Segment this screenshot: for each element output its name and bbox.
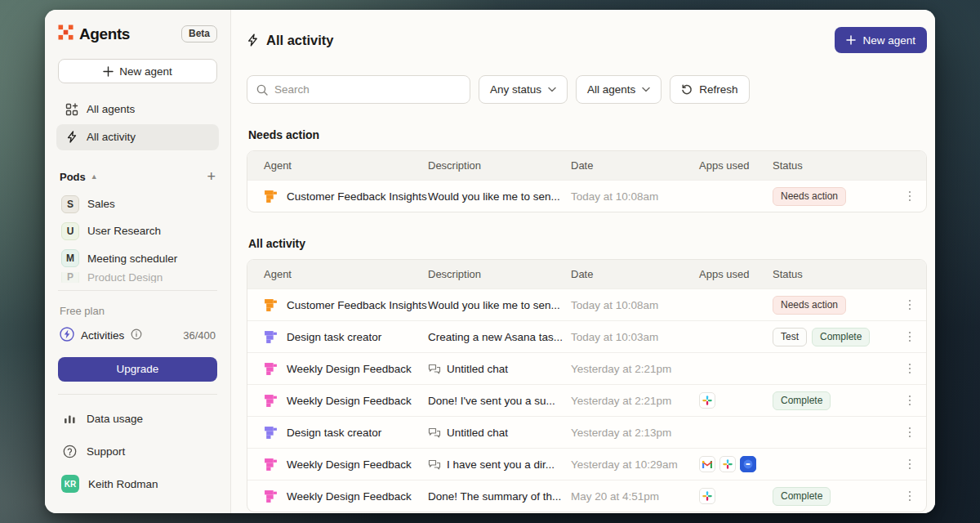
add-pod-button[interactable]: +: [207, 169, 216, 184]
upgrade-button[interactable]: Upgrade: [58, 357, 217, 382]
column-header: Description: [428, 268, 571, 280]
main-content: All activity New agent Any status All ag…: [231, 10, 935, 513]
kebab-menu-icon[interactable]: [906, 360, 915, 378]
user-menu[interactable]: KR Keith Rodman: [56, 467, 219, 500]
agent-icon: [264, 426, 278, 440]
status-filter-dropdown[interactable]: Any status: [479, 75, 568, 104]
description-cell: Would you like me to sen...: [428, 190, 571, 203]
pods-header: Pods ▲ +: [60, 169, 216, 184]
description-cell: Done! The summary of th...: [428, 490, 571, 503]
status-cell: Complete: [773, 487, 893, 506]
status-cell: Complete: [773, 391, 893, 410]
refresh-button[interactable]: Refresh: [670, 75, 749, 104]
status-badge: Complete: [812, 328, 870, 346]
gmail-icon: [699, 456, 715, 472]
status-badge: Test: [773, 328, 807, 346]
agent-name: Design task creator: [287, 427, 381, 439]
column-header: Date: [571, 268, 699, 280]
description-cell: I have sent you a dir...: [428, 458, 571, 471]
description-cell: Untitled chat: [428, 427, 571, 439]
pod-label: Sales: [87, 198, 115, 210]
pod-avatar: U: [61, 222, 79, 240]
needs-action-section: Needs action AgentDescriptionDateApps us…: [247, 128, 927, 212]
description-cell: Creating a new Asana tas...: [428, 331, 571, 343]
agent-cell: Weekly Design Feedback: [264, 489, 428, 503]
chat-icon: [428, 363, 441, 375]
column-header: Date: [571, 159, 699, 172]
foot-item-label: Support: [87, 445, 125, 458]
slack-icon: [699, 392, 715, 409]
table-row[interactable]: Design task creatorCreating a new Asana …: [247, 320, 926, 352]
description-cell: Done! I've sent you a su...: [428, 395, 571, 407]
sidebar-item-product-design[interactable]: P Product Design: [56, 272, 219, 283]
column-header: Status: [773, 268, 893, 280]
agent-name: Customer Feedback Insights: [287, 190, 427, 203]
agent-cell: Customer Feedback Insights: [264, 298, 428, 312]
agent-cell: Design task creator: [264, 330, 428, 344]
apps-used-cell: [699, 456, 773, 472]
sidebar-item-all-activity[interactable]: All activity: [56, 124, 219, 150]
sidebar-new-agent-button[interactable]: New agent: [58, 59, 217, 83]
kebab-menu-icon[interactable]: [906, 392, 915, 409]
table-row[interactable]: Weekly Design FeedbackDone! The summary …: [247, 480, 926, 512]
sidebar-item-sales[interactable]: S Sales: [56, 190, 219, 217]
table-header-row: AgentDescriptionDateApps usedStatus: [247, 260, 926, 288]
search-icon: [256, 84, 268, 96]
agent-name: Design task creator: [287, 331, 381, 343]
apps-used-cell: [699, 488, 773, 504]
table-row[interactable]: Customer Feedback InsightsWould you like…: [247, 180, 926, 212]
new-agent-label: New agent: [862, 34, 915, 47]
column-header: Agent: [264, 159, 428, 172]
all-activity-table: AgentDescriptionDateApps usedStatus Cust…: [247, 259, 927, 512]
search-input[interactable]: [274, 83, 461, 96]
table-row[interactable]: Customer Feedback InsightsWould you like…: [247, 288, 926, 320]
user-name: Keith Rodman: [88, 478, 158, 490]
agent-icon: [264, 458, 278, 472]
pods-title[interactable]: Pods: [60, 171, 86, 183]
search-box[interactable]: [247, 75, 470, 104]
agent-cell: Weekly Design Feedback: [264, 362, 428, 376]
chevron-up-icon[interactable]: ▲: [91, 172, 98, 181]
section-title: All activity: [248, 237, 925, 250]
table-row[interactable]: Design task creator Untitled chatYesterd…: [247, 416, 926, 448]
date-cell: Yesterday at 2:13pm: [571, 427, 699, 439]
kebab-menu-icon[interactable]: [906, 329, 915, 346]
refresh-icon: [681, 84, 693, 96]
app-logo: Agents Beta: [56, 23, 219, 43]
sidebar-item-support[interactable]: Support: [56, 435, 219, 467]
new-agent-button[interactable]: New agent: [835, 27, 927, 53]
sidebar-item-user-research[interactable]: U User Research: [56, 217, 219, 244]
kebab-menu-icon[interactable]: [906, 488, 915, 505]
agent-filter-value: All agents: [587, 83, 635, 96]
plan-label: Free plan: [60, 305, 216, 317]
chevron-down-icon: [548, 87, 556, 92]
agent-filter-dropdown[interactable]: All agents: [576, 75, 662, 104]
plus-icon: [846, 35, 856, 45]
date-cell: Yesterday at 2:21pm: [571, 395, 699, 407]
activities-label: Activities: [81, 329, 124, 342]
date-cell: Yesterday at 10:29am: [571, 458, 699, 471]
sidebar-item-all-agents[interactable]: All agents: [56, 96, 219, 122]
agent-icon: [264, 298, 278, 312]
pod-avatar: S: [61, 195, 79, 213]
sidebar-item-meeting-scheduler[interactable]: M Meeting scheduler: [56, 245, 219, 272]
kebab-menu-icon[interactable]: [906, 456, 915, 473]
kebab-menu-icon[interactable]: [906, 297, 915, 314]
table-row[interactable]: Weekly Design Feedback I have sent you a…: [247, 448, 926, 480]
agent-name: Weekly Design Feedback: [287, 490, 412, 503]
agent-icon: [264, 394, 278, 408]
table-row[interactable]: Weekly Design Feedback Untitled chatYest…: [247, 352, 926, 384]
blue-app-icon: [740, 456, 756, 472]
slack-icon: [719, 456, 736, 472]
status-cell: TestComplete: [773, 328, 893, 346]
date-cell: Today at 10:08am: [571, 190, 699, 203]
info-icon[interactable]: [131, 329, 142, 342]
kebab-menu-icon[interactable]: [906, 424, 915, 441]
description-cell: Untitled chat: [428, 363, 571, 375]
kebab-menu-icon[interactable]: [906, 188, 915, 205]
sidebar-item-data-usage[interactable]: Data usage: [56, 402, 219, 435]
agent-cell: Design task creator: [264, 426, 428, 440]
app-window: Agents Beta New agent All agents: [45, 10, 935, 513]
agent-cell: Weekly Design Feedback: [264, 394, 428, 408]
table-row[interactable]: Weekly Design FeedbackDone! I've sent yo…: [247, 384, 926, 416]
